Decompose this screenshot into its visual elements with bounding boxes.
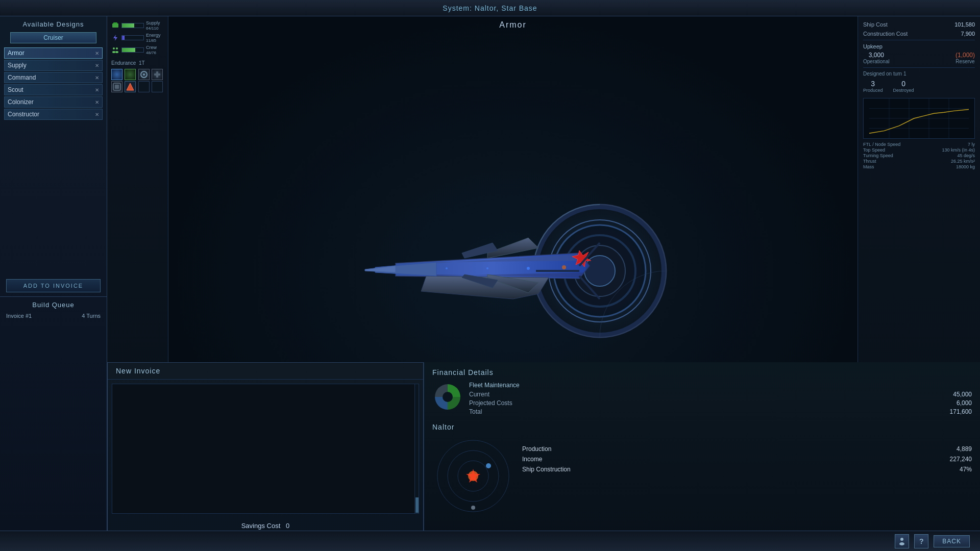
invoice-panel: New Invoice Savings Cost 0 Build Time 0 … xyxy=(107,362,424,551)
ship-image-area xyxy=(334,184,692,363)
back-button[interactable]: BACK xyxy=(934,535,970,547)
fleet-pie-chart xyxy=(432,382,463,412)
crew-label: Crew 48/76 xyxy=(146,45,164,55)
svg-rect-12 xyxy=(115,85,119,89)
equipment-slot-6[interactable] xyxy=(125,81,136,92)
help-icon[interactable]: ? xyxy=(914,534,928,548)
left-panel: Available Designs Cruiser Armor ✕ Supply… xyxy=(0,16,107,531)
naltor-title: Naltor xyxy=(432,423,972,431)
close-icon-scout[interactable]: ✕ xyxy=(95,87,99,93)
fleet-maintenance-section: Fleet Maintenance Current 45,000 Project… xyxy=(432,382,972,417)
invoice-scrollbar[interactable] xyxy=(414,384,419,513)
invoice-header: New Invoice xyxy=(108,363,423,380)
equipment-slot-7[interactable] xyxy=(138,81,150,92)
supply-row: Supply 64/110 xyxy=(111,20,164,31)
naltor-section: Naltor xyxy=(432,423,972,517)
svg-point-3 xyxy=(113,47,115,49)
equipment-slot-2[interactable] xyxy=(125,69,136,80)
svg-point-29 xyxy=(562,265,566,269)
energy-bar xyxy=(121,35,144,40)
svg-rect-1 xyxy=(113,22,117,24)
invoice-content xyxy=(112,384,419,514)
svg-point-28 xyxy=(446,267,448,269)
financial-header: Financial Details xyxy=(432,368,972,377)
svg-point-5 xyxy=(112,51,115,53)
solar-system-diagram xyxy=(432,435,514,517)
ship-svg xyxy=(334,192,692,355)
naltor-stats: Production 4,889 Income 227,240 Ship Con… xyxy=(522,435,972,517)
ship-preview-title: Armor xyxy=(499,20,527,30)
ship-cost-row: Ship Cost 101,580 xyxy=(863,21,975,28)
energy-label: Energy 11/85 xyxy=(146,33,164,43)
design-item-armor[interactable]: Armor ✕ xyxy=(4,47,103,59)
design-item-command[interactable]: Command ✕ xyxy=(4,72,103,83)
design-item-supply[interactable]: Supply ✕ xyxy=(4,60,103,71)
close-icon-supply[interactable]: ✕ xyxy=(95,63,99,68)
close-icon-command[interactable]: ✕ xyxy=(95,75,99,81)
produced-destroyed-section: 3 Produced 0 Destroyed xyxy=(863,80,975,93)
svg-marker-2 xyxy=(113,35,117,41)
svg-point-48 xyxy=(899,542,904,545)
top-bar: System: Naltor, Star Base xyxy=(0,0,980,16)
production-row: Production 4,889 xyxy=(522,445,972,453)
scrollbar-thumb[interactable] xyxy=(415,497,419,513)
endurance-row: Endurance 1T xyxy=(111,60,164,66)
close-icon-colonizer[interactable]: ✕ xyxy=(95,99,99,105)
svg-point-47 xyxy=(900,538,903,541)
build-queue-section: Build Queue Invoice #1 4 Turns xyxy=(0,296,107,531)
svg-rect-0 xyxy=(112,23,118,28)
close-icon-armor[interactable]: ✕ xyxy=(95,51,99,56)
fleet-maintenance-label: Fleet Maintenance xyxy=(469,382,972,389)
design-list: Armor ✕ Supply ✕ Command ✕ Scout ✕ Colon… xyxy=(0,45,107,275)
total-row: Total 171,600 xyxy=(469,408,972,415)
financial-panel: Financial Details Fleet Maintenance xyxy=(424,362,980,551)
design-item-constructor[interactable]: Constructor ✕ xyxy=(4,109,103,120)
construction-cost-row: Construction Cost 7,900 xyxy=(863,31,975,37)
equipment-slot-1[interactable] xyxy=(111,69,122,80)
build-queue-header: Build Queue xyxy=(4,301,103,309)
system-title: System: Naltor, Star Base xyxy=(443,4,537,12)
svg-point-27 xyxy=(486,267,488,269)
design-item-colonizer[interactable]: Colonizer ✕ xyxy=(4,96,103,108)
energy-row: Energy 11/85 xyxy=(111,33,164,43)
bottom-panels: New Invoice Savings Cost 0 Build Time 0 … xyxy=(107,362,980,551)
equipment-grid xyxy=(111,69,164,92)
svg-point-45 xyxy=(486,463,491,468)
close-icon-constructor[interactable]: ✕ xyxy=(95,112,99,117)
current-row: Current 45,000 xyxy=(469,391,972,398)
supply-label: Supply 64/110 xyxy=(146,20,164,31)
svg-point-6 xyxy=(115,51,118,53)
svg-rect-10 xyxy=(156,71,158,78)
bottom-bar: ? BACK xyxy=(0,531,980,551)
speed-stats: FTL / Node Speed 7 ly Top Speed 130 km/s… xyxy=(863,142,975,170)
naltor-content: Production 4,889 Income 227,240 Ship Con… xyxy=(432,435,972,517)
upkeep-section: Upkeep 3,000 Operational (1,000) Reserve xyxy=(863,40,975,64)
crew-bar xyxy=(121,47,144,53)
projected-costs-row: Projected Costs 6,000 xyxy=(469,399,972,407)
svg-point-8 xyxy=(143,73,145,76)
design-item-scout[interactable]: Scout ✕ xyxy=(4,84,103,95)
svg-point-22 xyxy=(585,257,614,285)
equipment-slot-4[interactable] xyxy=(152,69,163,80)
equipment-slot-3[interactable] xyxy=(138,69,150,80)
designed-on-section: Designed on turn 1 xyxy=(863,67,975,77)
supply-bar xyxy=(121,23,144,28)
reserve-col: (1,000) Reserve xyxy=(955,52,975,64)
savings-cost-row: Savings Cost 0 xyxy=(116,522,415,530)
operational-col: 3,000 Operational xyxy=(863,52,890,64)
add-to-invoice-button[interactable]: ADD TO INVOICE xyxy=(6,279,101,292)
build-queue-item: Invoice #1 4 Turns xyxy=(4,312,103,320)
destroyed-col: 0 Destroyed xyxy=(893,80,914,93)
equipment-slot-8[interactable] xyxy=(152,81,163,92)
produced-col: 3 Produced xyxy=(863,80,883,93)
ship-type-button[interactable]: Cruiser xyxy=(10,32,96,43)
person-icon[interactable] xyxy=(895,534,909,548)
supply-icon xyxy=(111,21,119,30)
income-row: Income 227,240 xyxy=(522,456,972,463)
energy-icon xyxy=(111,34,119,42)
equipment-slot-5[interactable] xyxy=(111,81,122,92)
crew-icon xyxy=(111,46,119,54)
svg-point-26 xyxy=(527,267,530,270)
svg-point-46 xyxy=(471,506,475,510)
financial-rows: Fleet Maintenance Current 45,000 Project… xyxy=(469,382,972,417)
